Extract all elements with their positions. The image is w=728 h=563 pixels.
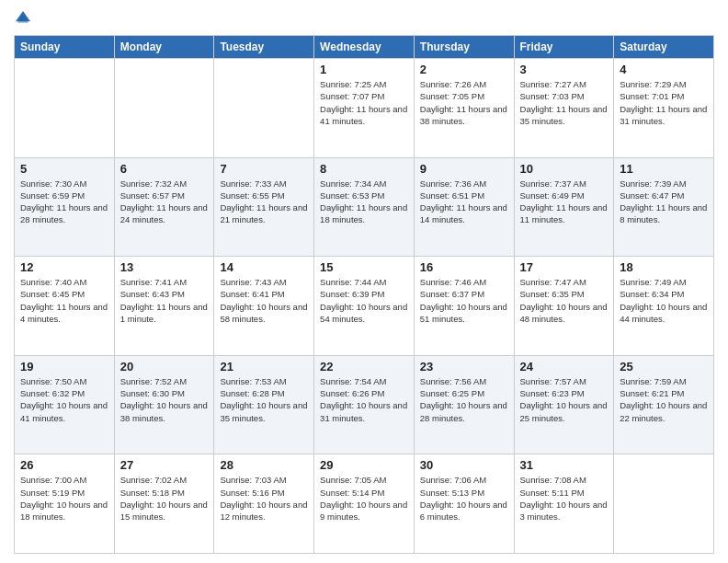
calendar-cell (614, 454, 714, 554)
calendar-cell: 12Sunrise: 7:40 AM Sunset: 6:45 PM Dayli… (15, 257, 115, 356)
day-number: 12 (20, 260, 108, 274)
day-info: Sunrise: 7:30 AM Sunset: 6:59 PM Dayligh… (20, 178, 108, 226)
calendar-cell: 25Sunrise: 7:59 AM Sunset: 6:21 PM Dayli… (614, 355, 714, 454)
day-number: 29 (320, 458, 408, 472)
calendar-cell: 21Sunrise: 7:53 AM Sunset: 6:28 PM Dayli… (214, 355, 314, 454)
day-number: 6 (120, 162, 209, 176)
calendar-table: SundayMondayTuesdayWednesdayThursdayFrid… (14, 35, 714, 554)
logo-icon (14, 9, 32, 28)
day-info: Sunrise: 7:47 AM Sunset: 6:35 PM Dayligh… (520, 276, 609, 325)
day-number: 28 (220, 458, 308, 472)
weekday-header-row: SundayMondayTuesdayWednesdayThursdayFrid… (15, 36, 714, 59)
day-info: Sunrise: 7:52 AM Sunset: 6:30 PM Dayligh… (120, 375, 209, 424)
day-number: 24 (520, 360, 609, 373)
day-info: Sunrise: 7:57 AM Sunset: 6:23 PM Dayligh… (520, 375, 609, 424)
calendar-cell: 14Sunrise: 7:43 AM Sunset: 6:41 PM Dayli… (214, 257, 314, 356)
page: SundayMondayTuesdayWednesdayThursdayFrid… (0, 0, 728, 563)
day-number: 22 (320, 360, 408, 373)
logo (14, 9, 36, 28)
day-info: Sunrise: 7:36 AM Sunset: 6:51 PM Dayligh… (420, 178, 508, 226)
weekday-header-monday: Monday (114, 36, 214, 59)
day-number: 1 (320, 63, 408, 76)
calendar-row-2: 12Sunrise: 7:40 AM Sunset: 6:45 PM Dayli… (15, 257, 714, 356)
day-info: Sunrise: 7:59 AM Sunset: 6:21 PM Dayligh… (620, 375, 708, 424)
day-number: 13 (120, 260, 209, 274)
day-info: Sunrise: 7:56 AM Sunset: 6:25 PM Dayligh… (420, 375, 508, 424)
day-info: Sunrise: 7:53 AM Sunset: 6:28 PM Dayligh… (220, 375, 308, 424)
calendar-cell: 6Sunrise: 7:32 AM Sunset: 6:57 PM Daylig… (114, 157, 214, 257)
calendar-cell: 28Sunrise: 7:03 AM Sunset: 5:16 PM Dayli… (214, 454, 314, 554)
day-number: 30 (420, 458, 508, 472)
calendar-cell: 7Sunrise: 7:33 AM Sunset: 6:55 PM Daylig… (214, 157, 314, 257)
day-number: 2 (420, 63, 508, 76)
day-info: Sunrise: 7:44 AM Sunset: 6:39 PM Dayligh… (320, 276, 408, 325)
weekday-header-tuesday: Tuesday (214, 36, 314, 59)
calendar-cell: 24Sunrise: 7:57 AM Sunset: 6:23 PM Dayli… (514, 355, 614, 454)
day-number: 20 (120, 360, 209, 373)
calendar-row-1: 5Sunrise: 7:30 AM Sunset: 6:59 PM Daylig… (15, 157, 714, 257)
calendar-cell: 11Sunrise: 7:39 AM Sunset: 6:47 PM Dayli… (614, 157, 714, 257)
day-number: 16 (420, 260, 508, 274)
day-info: Sunrise: 7:50 AM Sunset: 6:32 PM Dayligh… (20, 375, 108, 424)
calendar-row-3: 19Sunrise: 7:50 AM Sunset: 6:32 PM Dayli… (15, 355, 714, 454)
calendar-cell: 20Sunrise: 7:52 AM Sunset: 6:30 PM Dayli… (114, 355, 214, 454)
day-info: Sunrise: 7:34 AM Sunset: 6:53 PM Dayligh… (320, 178, 408, 226)
calendar-cell: 1Sunrise: 7:25 AM Sunset: 7:07 PM Daylig… (314, 59, 415, 158)
day-number: 19 (20, 360, 108, 373)
calendar-cell: 29Sunrise: 7:05 AM Sunset: 5:14 PM Dayli… (314, 454, 415, 554)
day-info: Sunrise: 7:29 AM Sunset: 7:01 PM Dayligh… (620, 78, 708, 127)
calendar-cell: 3Sunrise: 7:27 AM Sunset: 7:03 PM Daylig… (514, 59, 614, 158)
day-number: 26 (20, 458, 108, 472)
day-number: 21 (220, 360, 308, 373)
calendar-cell: 18Sunrise: 7:49 AM Sunset: 6:34 PM Dayli… (614, 257, 714, 356)
day-info: Sunrise: 7:43 AM Sunset: 6:41 PM Dayligh… (220, 276, 308, 325)
day-info: Sunrise: 7:46 AM Sunset: 6:37 PM Dayligh… (420, 276, 508, 325)
calendar-cell: 22Sunrise: 7:54 AM Sunset: 6:26 PM Dayli… (314, 355, 415, 454)
day-number: 17 (520, 260, 609, 274)
day-number: 8 (320, 162, 408, 176)
weekday-header-wednesday: Wednesday (314, 36, 415, 59)
calendar-cell: 2Sunrise: 7:26 AM Sunset: 7:05 PM Daylig… (414, 59, 514, 158)
header (14, 9, 714, 28)
day-info: Sunrise: 7:02 AM Sunset: 5:18 PM Dayligh… (120, 474, 209, 523)
day-number: 27 (120, 458, 209, 472)
calendar-cell: 26Sunrise: 7:00 AM Sunset: 5:19 PM Dayli… (15, 454, 115, 554)
day-number: 10 (520, 162, 609, 176)
day-info: Sunrise: 7:26 AM Sunset: 7:05 PM Dayligh… (420, 78, 508, 127)
day-info: Sunrise: 7:37 AM Sunset: 6:49 PM Dayligh… (520, 178, 609, 226)
day-info: Sunrise: 7:49 AM Sunset: 6:34 PM Dayligh… (620, 276, 708, 325)
calendar-cell: 31Sunrise: 7:08 AM Sunset: 5:11 PM Dayli… (514, 454, 614, 554)
weekday-header-sunday: Sunday (15, 36, 115, 59)
day-info: Sunrise: 7:03 AM Sunset: 5:16 PM Dayligh… (220, 474, 308, 523)
day-info: Sunrise: 7:05 AM Sunset: 5:14 PM Dayligh… (320, 474, 408, 523)
calendar-cell: 5Sunrise: 7:30 AM Sunset: 6:59 PM Daylig… (15, 157, 115, 257)
calendar-cell (15, 59, 115, 158)
day-number: 14 (220, 260, 308, 274)
day-info: Sunrise: 7:32 AM Sunset: 6:57 PM Dayligh… (120, 178, 209, 226)
calendar-row-4: 26Sunrise: 7:00 AM Sunset: 5:19 PM Dayli… (15, 454, 714, 554)
day-info: Sunrise: 7:40 AM Sunset: 6:45 PM Dayligh… (20, 276, 108, 325)
weekday-header-saturday: Saturday (614, 36, 714, 59)
weekday-header-friday: Friday (514, 36, 614, 59)
day-number: 5 (20, 162, 108, 176)
calendar-cell: 4Sunrise: 7:29 AM Sunset: 7:01 PM Daylig… (614, 59, 714, 158)
calendar-cell: 9Sunrise: 7:36 AM Sunset: 6:51 PM Daylig… (414, 157, 514, 257)
calendar-row-0: 1Sunrise: 7:25 AM Sunset: 7:07 PM Daylig… (15, 59, 714, 158)
day-number: 18 (620, 260, 708, 274)
day-number: 23 (420, 360, 508, 373)
calendar-cell: 15Sunrise: 7:44 AM Sunset: 6:39 PM Dayli… (314, 257, 415, 356)
calendar-cell: 16Sunrise: 7:46 AM Sunset: 6:37 PM Dayli… (414, 257, 514, 356)
calendar-cell (214, 59, 314, 158)
day-info: Sunrise: 7:33 AM Sunset: 6:55 PM Dayligh… (220, 178, 308, 226)
day-number: 4 (620, 63, 708, 76)
day-info: Sunrise: 7:39 AM Sunset: 6:47 PM Dayligh… (620, 178, 708, 226)
day-number: 11 (620, 162, 708, 176)
day-number: 15 (320, 260, 408, 274)
calendar-cell: 10Sunrise: 7:37 AM Sunset: 6:49 PM Dayli… (514, 157, 614, 257)
calendar-cell: 23Sunrise: 7:56 AM Sunset: 6:25 PM Dayli… (414, 355, 514, 454)
day-info: Sunrise: 7:00 AM Sunset: 5:19 PM Dayligh… (20, 474, 108, 523)
calendar-cell: 30Sunrise: 7:06 AM Sunset: 5:13 PM Dayli… (414, 454, 514, 554)
day-number: 7 (220, 162, 308, 176)
day-info: Sunrise: 7:41 AM Sunset: 6:43 PM Dayligh… (120, 276, 209, 325)
weekday-header-thursday: Thursday (414, 36, 514, 59)
